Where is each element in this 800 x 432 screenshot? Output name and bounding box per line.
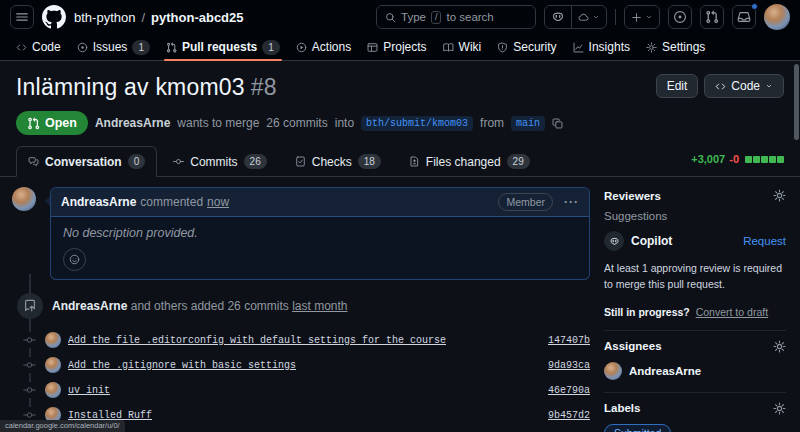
- git-commit-icon: [21, 382, 38, 398]
- commit-row: Add the .gitignore with basic settings 9…: [12, 353, 590, 378]
- assignee-avatar[interactable]: [604, 362, 622, 380]
- comment-header: AndreasArne commented now Member ···: [51, 188, 589, 217]
- event-author-link[interactable]: AndreasArne: [52, 299, 127, 313]
- search-placeholder-post: to search: [446, 11, 493, 23]
- base-branch-label[interactable]: bth/submit/kmom03: [361, 116, 473, 131]
- pr-author-link[interactable]: AndreasArne: [95, 116, 170, 130]
- assignee-name-link[interactable]: AndreasArne: [629, 365, 701, 377]
- commit-sha-link[interactable]: 147407b: [538, 335, 590, 346]
- commit-message-link[interactable]: Add the file .editorconfig with default …: [68, 335, 446, 346]
- scrollbar-thumb[interactable]: [794, 64, 799, 140]
- user-avatar[interactable]: [764, 4, 790, 30]
- commit-sha-link[interactable]: 9da93ca: [538, 360, 590, 371]
- comment-discussion-icon: [28, 156, 39, 167]
- code-icon: [715, 81, 726, 92]
- commit-author-avatar[interactable]: [45, 357, 61, 373]
- gear-icon[interactable]: [773, 340, 786, 353]
- add-reaction-button[interactable]: [63, 248, 86, 271]
- request-review-link[interactable]: Request: [743, 235, 786, 247]
- gear-icon[interactable]: [773, 189, 786, 202]
- code-dropdown-button[interactable]: Code: [704, 74, 784, 98]
- comment-author-link[interactable]: AndreasArne: [61, 195, 136, 209]
- gear-icon[interactable]: [773, 402, 786, 415]
- member-badge: Member: [498, 193, 553, 211]
- nav-item-settings[interactable]: Settings: [638, 34, 713, 60]
- copilot-menu-button[interactable]: [571, 6, 606, 28]
- nav-item-wiki[interactable]: Wiki: [435, 34, 490, 60]
- create-new-button[interactable]: [624, 5, 660, 29]
- hamburger-menu-button[interactable]: [10, 5, 34, 29]
- link-preview-status-bar: calendar.google.com/calendar/u/0/: [0, 420, 125, 432]
- code-icon: [16, 42, 27, 53]
- edit-button[interactable]: Edit: [656, 74, 699, 98]
- issue-opened-icon: [673, 10, 687, 24]
- commit-message-link[interactable]: Add the .gitignore with basic settings: [68, 360, 296, 371]
- review-required-note: At least 1 approving review is required …: [604, 261, 786, 293]
- files-changed-count-badge: 29: [507, 154, 530, 169]
- tab-files-changed[interactable]: Files changed 29: [397, 146, 542, 177]
- copilot-reviewer-name[interactable]: Copilot: [631, 234, 672, 248]
- pull-requests-global-button[interactable]: [700, 5, 724, 29]
- commit-message-link[interactable]: Installed Ruff: [68, 410, 152, 421]
- chevron-down-icon: [765, 82, 773, 90]
- nav-item-issues[interactable]: Issues 1: [69, 34, 158, 60]
- pull-requests-count-badge: 1: [262, 40, 280, 55]
- nav-item-actions[interactable]: Actions: [288, 34, 359, 60]
- pr-sidebar: Reviewers Suggestions Copilot Request At…: [604, 177, 800, 432]
- pr-header: Inlämning av kmom03#8 Edit Code Open And…: [0, 61, 800, 135]
- labels-title: Labels: [604, 402, 640, 414]
- nav-item-projects[interactable]: Projects: [359, 34, 434, 60]
- nav-item-security[interactable]: Security: [489, 34, 564, 60]
- repo-nav: Code Issues 1 Pull requests 1 Actions Pr…: [0, 34, 800, 61]
- assignee-row: AndreasArne: [604, 362, 786, 380]
- commit-message-link[interactable]: uv init: [68, 385, 110, 396]
- toolbar-divider: [615, 9, 616, 25]
- pr-description-comment: AndreasArne commented now Member ··· No …: [50, 187, 590, 280]
- from-text: from: [480, 116, 504, 130]
- breadcrumb-separator: /: [141, 10, 145, 25]
- chevron-down-icon: [592, 13, 600, 21]
- deletions-count: -0: [729, 153, 739, 165]
- timeline: AndreasArne and others added 26 commits …: [12, 284, 590, 432]
- commit-author-avatar[interactable]: [45, 332, 61, 348]
- tab-conversation[interactable]: Conversation 0: [16, 146, 157, 177]
- nav-item-pull-requests[interactable]: Pull requests 1: [158, 34, 288, 60]
- label-submitted[interactable]: Submitted: [604, 424, 671, 432]
- head-branch-label[interactable]: main: [511, 116, 545, 131]
- nav-item-insights[interactable]: Insights: [565, 34, 638, 60]
- event-time-link[interactable]: last month: [292, 299, 347, 313]
- copilot-button[interactable]: [545, 6, 571, 28]
- no-description-text: No description provided.: [63, 226, 577, 240]
- copy-branch-button[interactable]: [552, 118, 563, 129]
- commits-added-text: AndreasArne and others added 26 commits …: [52, 299, 348, 313]
- inbox-button[interactable]: [732, 5, 756, 29]
- search-placeholder-pre: Type: [401, 11, 426, 23]
- search-input[interactable]: Type / to search: [376, 5, 536, 29]
- comment-author-avatar[interactable]: [12, 187, 36, 211]
- git-pull-request-icon: [705, 10, 719, 24]
- git-pull-request-icon: [27, 117, 40, 130]
- comment-kebab-menu[interactable]: ···: [564, 195, 579, 209]
- nav-item-code[interactable]: Code: [8, 34, 69, 60]
- diff-blocks: [745, 156, 784, 163]
- copilot-reviewer-row: Copilot Request: [604, 231, 786, 251]
- issues-global-button[interactable]: [668, 5, 692, 29]
- merge-text: wants to merge: [177, 116, 259, 130]
- status-badge-open: Open: [16, 111, 88, 135]
- copilot-icon: [609, 236, 620, 247]
- commit-author-avatar[interactable]: [45, 382, 61, 398]
- commit-sha-link[interactable]: 9b457d2: [538, 410, 590, 421]
- comment-timestamp-link[interactable]: now: [207, 195, 229, 209]
- tab-commits[interactable]: Commits 26: [161, 146, 278, 177]
- commit-sha-link[interactable]: 46e790a: [538, 385, 590, 396]
- convert-to-draft-link[interactable]: Convert to draft: [696, 306, 768, 318]
- breadcrumb-owner[interactable]: bth-python: [74, 10, 135, 25]
- reviewers-title: Reviewers: [604, 190, 661, 202]
- checks-count-badge: 18: [358, 154, 381, 169]
- issue-opened-icon: [77, 42, 88, 53]
- tab-checks[interactable]: Checks 18: [283, 146, 393, 177]
- gear-icon: [646, 42, 657, 53]
- diff-stat[interactable]: +3,007 -0: [691, 153, 784, 165]
- github-logo[interactable]: [42, 5, 66, 29]
- breadcrumb-repo[interactable]: python-abcd25: [151, 10, 243, 25]
